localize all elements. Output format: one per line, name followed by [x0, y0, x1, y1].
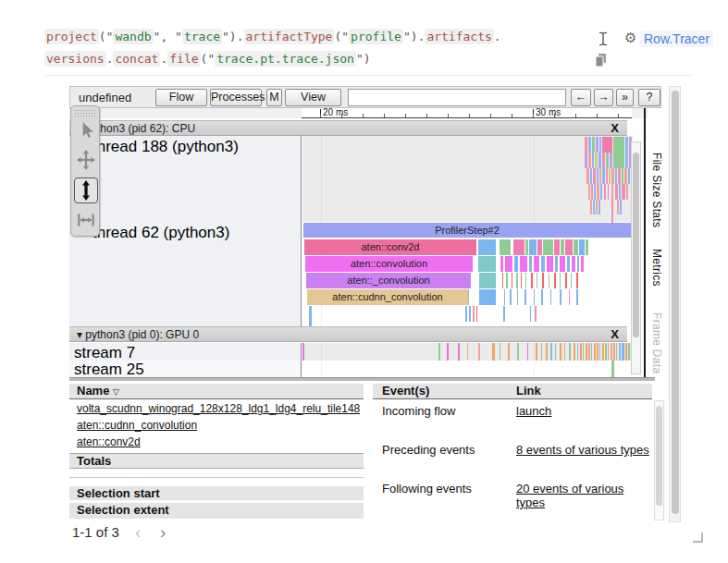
trace-slice[interactable] — [569, 343, 571, 361]
trace-slice[interactable] — [586, 168, 589, 184]
trace-slice[interactable] — [479, 273, 496, 288]
trace-slice[interactable] — [504, 289, 505, 305]
trace-slice[interactable] — [531, 273, 533, 288]
trace-slice[interactable] — [611, 168, 614, 184]
trace-slice[interactable] — [594, 184, 596, 200]
timeline-scrollbar[interactable] — [631, 141, 641, 374]
trace-slice[interactable] — [625, 137, 628, 153]
trace-slice[interactable] — [521, 273, 522, 288]
trace-slice[interactable] — [549, 273, 549, 288]
trace-slice[interactable] — [574, 239, 578, 255]
nav-fast-button[interactable]: » — [616, 89, 634, 106]
cudnn-convolution-link[interactable]: aten::cudnn_convolution — [77, 419, 360, 434]
trace-slice[interactable] — [541, 256, 545, 272]
processes-button[interactable]: Processes — [210, 89, 262, 106]
trace-slice[interactable] — [613, 137, 624, 153]
trace-slice[interactable] — [597, 184, 599, 200]
trace-slice[interactable] — [628, 168, 630, 184]
trace-slice[interactable] — [598, 200, 600, 214]
trace-slice[interactable] — [579, 239, 585, 255]
trace-slice[interactable] — [593, 168, 596, 184]
trace-slice[interactable] — [513, 239, 524, 255]
next-page-button[interactable]: › — [160, 522, 166, 543]
trace-slice[interactable] — [524, 289, 526, 305]
trace-slice[interactable] — [625, 343, 627, 361]
preceding-events-link[interactable]: 8 events of various types — [516, 443, 649, 457]
trace-slice[interactable] — [478, 256, 496, 272]
trace-slice[interactable] — [478, 343, 480, 361]
prev-page-button[interactable]: ‹ — [135, 522, 141, 543]
trace-slice[interactable] — [619, 184, 621, 200]
trace-slice[interactable] — [592, 153, 594, 168]
trace-slice[interactable] — [588, 184, 590, 200]
copy-icon[interactable] — [594, 53, 608, 72]
trace-slice[interactable] — [469, 306, 471, 322]
kernel-link[interactable]: volta_scudnn_winograd_128x128_ldg1_ldg4_… — [77, 402, 360, 417]
zoom-tool-button[interactable] — [74, 177, 98, 203]
trace-slice[interactable] — [479, 289, 496, 305]
following-events-link[interactable]: 20 events of various types — [516, 482, 652, 509]
trace-slice[interactable] — [520, 256, 527, 272]
timeline-scrollbar-thumb[interactable] — [633, 153, 639, 337]
trace-slice[interactable] — [506, 273, 508, 288]
trace-slice[interactable] — [608, 343, 609, 361]
trace-slice[interactable] — [619, 343, 621, 361]
trace-slice[interactable] — [595, 153, 598, 168]
trace-slice[interactable] — [602, 343, 604, 361]
trace-slice[interactable] — [572, 256, 575, 272]
trace-slice[interactable] — [516, 273, 518, 288]
trace-slice[interactable] — [577, 343, 578, 361]
trace-slice[interactable] — [596, 200, 598, 214]
panel-type-selector[interactable]: Row.Tracer — [640, 31, 713, 47]
trace-slice[interactable] — [611, 184, 613, 200]
trace-slice[interactable] — [590, 168, 592, 184]
trace-slice[interactable] — [560, 256, 565, 272]
widget-scrollbar-thumb[interactable] — [672, 91, 679, 514]
view-options-button[interactable]: View Options — [285, 89, 341, 106]
slice-convolution[interactable]: aten::convolution — [305, 256, 473, 272]
trace-slice[interactable] — [536, 343, 537, 361]
trace-slice[interactable] — [617, 200, 619, 214]
gear-icon[interactable]: ⚙ — [624, 30, 636, 46]
trace-slice[interactable] — [628, 343, 630, 361]
slice-cudnn-convolution[interactable]: aten::cudnn_convolution — [307, 289, 468, 305]
trace-slice[interactable] — [534, 256, 539, 272]
trace-slice[interactable] — [597, 168, 598, 184]
trace-slice[interactable] — [542, 273, 544, 288]
query-code[interactable]: project("wandb", "trace").artifactType("… — [44, 26, 562, 70]
trace-slice[interactable] — [500, 256, 503, 272]
nav-back-button[interactable]: ← — [571, 89, 591, 106]
trace-slice[interactable] — [525, 273, 526, 288]
trace-slice[interactable] — [514, 256, 518, 272]
trace-slice[interactable] — [525, 239, 528, 255]
trace-slice[interactable] — [517, 289, 518, 305]
trace-slice[interactable] — [476, 306, 477, 322]
trace-slice[interactable] — [599, 168, 601, 184]
trace-slice[interactable] — [604, 184, 606, 200]
trace-slice[interactable] — [613, 343, 615, 361]
trace-slice[interactable] — [581, 256, 584, 272]
help-button[interactable]: ? — [638, 89, 660, 106]
trace-slice[interactable] — [588, 137, 591, 153]
palette-grip[interactable] — [74, 109, 96, 116]
trace-slice[interactable] — [537, 273, 537, 288]
trace-slice[interactable] — [554, 239, 560, 255]
query-editor[interactable]: project("wandb", "trace").artifactType("… — [44, 26, 692, 76]
trace-slice[interactable] — [596, 137, 598, 153]
trace-slice[interactable] — [527, 343, 528, 361]
trace-slice[interactable] — [602, 168, 605, 184]
text-cursor-icon[interactable] — [597, 31, 610, 51]
trace-slice[interactable] — [569, 289, 570, 305]
trace-slice[interactable] — [560, 273, 561, 288]
trace-slice[interactable] — [576, 273, 578, 288]
trace-slice[interactable] — [605, 343, 607, 361]
trace-slice[interactable] — [438, 343, 440, 361]
trace-slice[interactable] — [599, 343, 600, 361]
trace-slice[interactable] — [622, 343, 624, 361]
cpu-close-button[interactable]: X — [611, 121, 619, 136]
trace-slice[interactable] — [583, 343, 584, 361]
launch-link[interactable]: launch — [516, 404, 551, 418]
events-panel-scrollbar-thumb[interactable] — [656, 406, 662, 506]
timing-tool-button[interactable] — [74, 208, 98, 234]
trace-slice[interactable] — [610, 153, 612, 168]
